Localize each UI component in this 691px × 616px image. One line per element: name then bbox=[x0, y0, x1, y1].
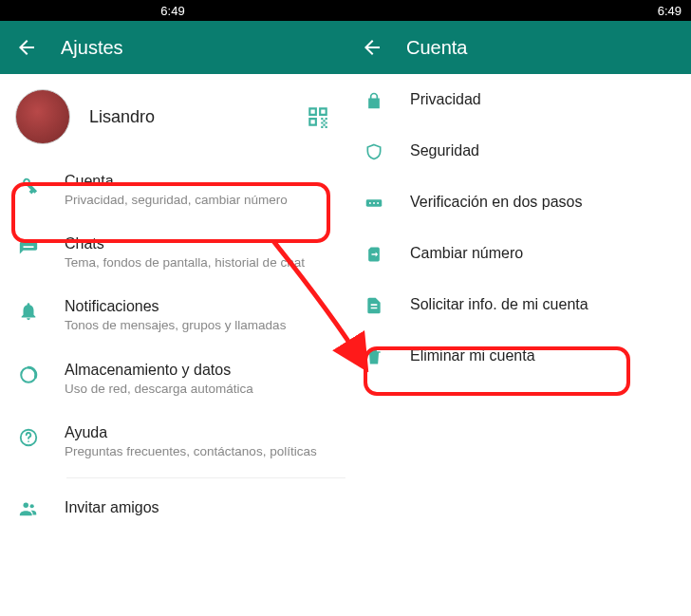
bell-icon bbox=[17, 300, 40, 323]
settings-item-storage[interactable]: Almacenamiento y datos Uso de red, desca… bbox=[0, 348, 346, 411]
chat-icon bbox=[17, 237, 40, 260]
app-bar: Ajustes bbox=[0, 21, 346, 74]
people-icon bbox=[17, 497, 40, 520]
help-icon bbox=[17, 426, 40, 449]
settings-item-chats[interactable]: Chats Tema, fondos de pantalla, historia… bbox=[0, 222, 346, 285]
settings-item-notifications[interactable]: Notificaciones Tonos de mensajes, grupos… bbox=[0, 285, 346, 347]
pin-icon bbox=[363, 192, 385, 215]
settings-item-help[interactable]: Ayuda Preguntas frecuentes, contáctanos,… bbox=[0, 411, 346, 474]
profile-row[interactable]: Lisandro bbox=[0, 74, 346, 159]
item-title: Notificaciones bbox=[65, 298, 328, 315]
item-title: Verificación en dos pasos bbox=[410, 194, 674, 211]
status-bar: 6:49 bbox=[0, 0, 346, 21]
page-title: Cuenta bbox=[406, 37, 468, 59]
app-bar: Cuenta bbox=[346, 21, 691, 74]
key-icon bbox=[17, 175, 40, 197]
status-bar: 6:49 bbox=[346, 0, 691, 21]
status-time: 6:49 bbox=[658, 4, 682, 18]
profile-name: Lisandro bbox=[89, 107, 287, 127]
item-title: Eliminar mi cuenta bbox=[410, 347, 674, 364]
data-usage-icon bbox=[17, 364, 40, 386]
item-title: Seguridad bbox=[410, 142, 674, 159]
divider bbox=[66, 477, 346, 478]
account-screen: 6:49 Cuenta Privacidad Seguridad Verific… bbox=[346, 0, 691, 616]
avatar bbox=[15, 89, 70, 144]
account-item-privacy[interactable]: Privacidad bbox=[346, 74, 691, 125]
sim-swap-icon bbox=[363, 243, 385, 266]
back-arrow-icon[interactable] bbox=[361, 36, 383, 59]
svg-point-8 bbox=[377, 202, 379, 204]
account-item-security[interactable]: Seguridad bbox=[346, 125, 691, 177]
account-list: Privacidad Seguridad Verificación en dos… bbox=[346, 74, 691, 382]
item-title: Chats bbox=[65, 235, 328, 252]
account-item-delete[interactable]: Eliminar mi cuenta bbox=[346, 330, 691, 382]
item-subtitle: Uso de red, descarga automática bbox=[65, 381, 328, 398]
item-title: Ayuda bbox=[65, 424, 328, 441]
page-title: Ajustes bbox=[61, 37, 123, 59]
trash-icon bbox=[363, 345, 385, 368]
qr-code-icon[interactable] bbox=[306, 104, 330, 129]
item-subtitle: Tonos de mensajes, grupos y llamadas bbox=[65, 317, 328, 334]
shield-icon bbox=[363, 140, 385, 163]
back-arrow-icon[interactable] bbox=[15, 36, 38, 59]
svg-point-7 bbox=[373, 202, 375, 204]
item-title: Solicitar info. de mi cuenta bbox=[410, 296, 674, 313]
svg-point-4 bbox=[30, 504, 34, 508]
lock-icon bbox=[363, 89, 385, 112]
item-title: Invitar amigos bbox=[65, 499, 328, 516]
svg-point-2 bbox=[28, 440, 29, 442]
item-title: Cambiar número bbox=[410, 245, 674, 262]
item-title: Cuenta bbox=[65, 173, 328, 190]
document-icon bbox=[363, 294, 385, 317]
svg-point-6 bbox=[369, 202, 371, 204]
settings-list: Cuenta Privacidad, seguridad, cambiar nú… bbox=[0, 159, 346, 533]
account-item-two-step[interactable]: Verificación en dos pasos bbox=[346, 177, 691, 228]
settings-screen: 6:49 Ajustes Lisandro Cuenta Privacidad,… bbox=[0, 0, 346, 616]
item-subtitle: Privacidad, seguridad, cambiar número bbox=[65, 192, 328, 209]
status-time: 6:49 bbox=[160, 4, 184, 18]
account-item-request-info[interactable]: Solicitar info. de mi cuenta bbox=[346, 279, 691, 330]
svg-point-3 bbox=[24, 503, 29, 509]
settings-item-invite[interactable]: Invitar amigos bbox=[0, 482, 346, 533]
item-title: Privacidad bbox=[410, 91, 674, 108]
item-subtitle: Tema, fondos de pantalla, historial de c… bbox=[65, 254, 328, 271]
account-item-change-number[interactable]: Cambiar número bbox=[346, 228, 691, 279]
item-subtitle: Preguntas frecuentes, contáctanos, polít… bbox=[65, 443, 328, 460]
item-title: Almacenamiento y datos bbox=[65, 362, 328, 379]
settings-item-account[interactable]: Cuenta Privacidad, seguridad, cambiar nú… bbox=[0, 159, 346, 222]
